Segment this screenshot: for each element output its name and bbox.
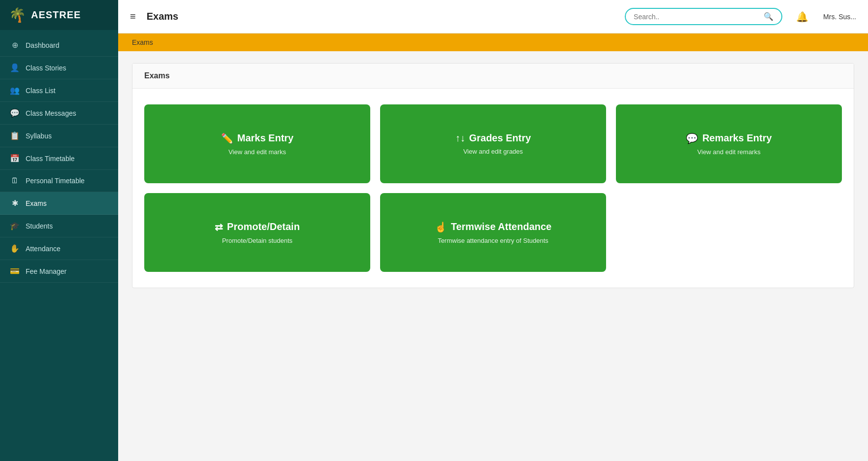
search-input[interactable] [634, 13, 764, 21]
attendance-icon: ✋ [10, 244, 20, 253]
exams-card: Exams ✏️ Marks Entry View and edit marks… [132, 63, 854, 288]
top-tiles-grid: ✏️ Marks Entry View and edit marks ↑↓ Gr… [144, 104, 842, 183]
sidebar-item-fee-manager[interactable]: 💳 Fee Manager [0, 260, 118, 283]
sidebar-item-label: Students [26, 222, 53, 230]
sidebar-item-attendance[interactable]: ✋ Attendance [0, 237, 118, 260]
sidebar-item-label: Class Messages [26, 109, 76, 117]
tile-icon-marks-entry: ✏️ [221, 132, 233, 144]
class-list-icon: 👥 [10, 86, 20, 95]
tile-grades-entry[interactable]: ↑↓ Grades Entry View and edit grades [380, 104, 606, 183]
tile-subtitle-remarks-entry: View and edit remarks [697, 148, 760, 156]
personal-timetable-icon: 🗓 [10, 176, 20, 185]
sidebar-item-label: Class List [26, 87, 56, 95]
sidebar-item-personal-timetable[interactable]: 🗓 Personal Timetable [0, 170, 118, 192]
breadcrumb: Exams [118, 33, 868, 51]
tile-icon-remarks-entry: 💬 [686, 132, 698, 144]
tile-termwise-attendance[interactable]: ☝️ Termwise Attendance Termwise attendan… [380, 193, 606, 272]
tile-icon-termwise-attendance: ☝️ [435, 221, 447, 233]
fee-manager-icon: 💳 [10, 266, 20, 276]
sidebar-item-class-timetable[interactable]: 📅 Class Timetable [0, 147, 118, 170]
tile-marks-entry[interactable]: ✏️ Marks Entry View and edit marks [144, 104, 370, 183]
sidebar-item-class-list[interactable]: 👥 Class List [0, 79, 118, 102]
tile-title-remarks-entry: 💬 Remarks Entry [686, 132, 772, 144]
sidebar-item-dashboard[interactable]: ⊕ Dashboard [0, 34, 118, 57]
sidebar-item-class-stories[interactable]: 👤 Class Stories [0, 57, 118, 79]
sidebar-item-exams[interactable]: ✱ Exams [0, 192, 118, 215]
class-stories-icon: 👤 [10, 63, 20, 72]
tile-title-termwise-attendance: ☝️ Termwise Attendance [435, 221, 552, 233]
tile-title-promote-detain: ⇄ Promote/Detain [215, 221, 300, 233]
dashboard-icon: ⊕ [10, 40, 20, 50]
logo-icon: 🌴 [9, 7, 26, 23]
sidebar: 🌴 AESTREE ⊕ Dashboard 👤 Class Stories 👥 … [0, 0, 118, 461]
tile-icon-promote-detain: ⇄ [215, 221, 223, 233]
tile-subtitle-grades-entry: View and edit grades [463, 148, 523, 155]
exams-icon: ✱ [10, 198, 20, 208]
sidebar-item-label: Syllabus [26, 132, 52, 140]
tile-icon-grades-entry: ↑↓ [455, 132, 465, 144]
tile-promote-detain[interactable]: ⇄ Promote/Detain Promote/Detain students [144, 193, 370, 272]
search-icon: 🔍 [764, 12, 773, 21]
notification-bell-icon[interactable]: 🔔 [796, 11, 808, 23]
tile-title-grades-entry: ↑↓ Grades Entry [455, 132, 531, 144]
content-area: Exams ✏️ Marks Entry View and edit marks… [118, 51, 868, 461]
user-name: Mrs. Sus... [823, 13, 856, 21]
breadcrumb-text: Exams [132, 38, 153, 46]
tile-subtitle-termwise-attendance: Termwise attendance entry of Students [438, 237, 548, 244]
tile-subtitle-promote-detain: Promote/Detain students [222, 237, 292, 244]
sidebar-logo: 🌴 AESTREE [0, 0, 118, 30]
tile-title-marks-entry: ✏️ Marks Entry [221, 132, 294, 144]
sidebar-item-label: Class Stories [26, 64, 66, 72]
sidebar-item-label: Fee Manager [26, 267, 66, 275]
card-body: ✏️ Marks Entry View and edit marks ↑↓ Gr… [132, 89, 854, 288]
sidebar-item-students[interactable]: 🎓 Students [0, 215, 118, 237]
main-area: ≡ Exams 🔍 🔔 Mrs. Sus... Exams Exams ✏️ M… [118, 0, 868, 461]
tile-subtitle-marks-entry: View and edit marks [228, 148, 286, 156]
class-messages-icon: 💬 [10, 108, 20, 118]
page-title: Exams [147, 11, 617, 22]
card-title: Exams [144, 71, 170, 80]
students-icon: 🎓 [10, 221, 20, 230]
sidebar-item-label: Class Timetable [26, 155, 75, 163]
bottom-tiles-grid: ⇄ Promote/Detain Promote/Detain students… [144, 193, 842, 272]
sidebar-item-label: Dashboard [26, 41, 60, 49]
sidebar-nav: ⊕ Dashboard 👤 Class Stories 👥 Class List… [0, 30, 118, 461]
logo-text: AESTREE [31, 9, 81, 21]
class-timetable-icon: 📅 [10, 154, 20, 163]
sidebar-item-class-messages[interactable]: 💬 Class Messages [0, 102, 118, 125]
search-bar: 🔍 [625, 8, 782, 25]
sidebar-item-label: Attendance [26, 245, 61, 253]
card-header: Exams [132, 64, 854, 89]
syllabus-icon: 📋 [10, 131, 20, 140]
tile-remarks-entry[interactable]: 💬 Remarks Entry View and edit remarks [616, 104, 842, 183]
sidebar-item-syllabus[interactable]: 📋 Syllabus [0, 125, 118, 147]
header: ≡ Exams 🔍 🔔 Mrs. Sus... [118, 0, 868, 33]
hamburger-button[interactable]: ≡ [130, 11, 136, 22]
sidebar-item-label: Personal Timetable [26, 177, 85, 185]
sidebar-item-label: Exams [26, 199, 47, 207]
